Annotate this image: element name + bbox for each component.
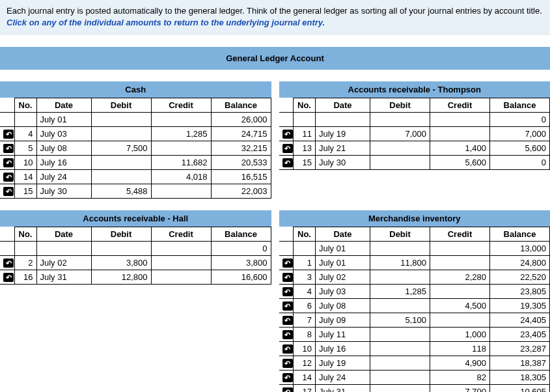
cell-debit[interactable]: 11,800 (370, 256, 430, 270)
cell-balance[interactable]: 22,520 (490, 270, 550, 285)
back-arrow-icon: ↶ (282, 130, 293, 139)
cell-debit[interactable]: 7,500 (91, 141, 151, 156)
cell-balance[interactable]: 7,000 (490, 127, 550, 141)
cell-credit[interactable]: 1,000 (430, 328, 490, 342)
entry-link-icon[interactable]: ↶ (279, 313, 294, 328)
col-header-balance: Balance (490, 227, 550, 242)
entry-link-icon[interactable]: ↶ (279, 356, 294, 371)
cell-credit[interactable]: 11,682 (151, 156, 211, 170)
cell-balance[interactable]: 16,515 (211, 170, 271, 184)
cell-no: 15 (294, 156, 316, 170)
table-row: ↶14July 248218,305 (279, 371, 550, 385)
cell-no: 2 (14, 256, 36, 270)
cell-no: 10 (294, 342, 316, 356)
cell-balance[interactable]: 20,533 (211, 156, 271, 170)
entry-link-icon[interactable]: ↶ (279, 270, 294, 285)
intro-hint: Click on any of the individual amounts t… (7, 18, 325, 27)
entry-link-icon[interactable]: ↶ (279, 156, 294, 170)
entry-link-icon[interactable]: ↶ (0, 127, 14, 141)
back-arrow-icon: ↶ (3, 273, 14, 282)
cell-balance[interactable]: 22,003 (211, 184, 271, 199)
back-arrow-icon: ↶ (282, 158, 293, 167)
cell-date: July 03 (36, 127, 91, 141)
entry-link-icon[interactable]: ↶ (279, 256, 294, 270)
cell-balance[interactable]: 16,600 (211, 270, 271, 285)
entry-link-icon[interactable]: ↶ (0, 141, 14, 156)
cell-credit[interactable]: 1,400 (430, 141, 490, 156)
cell-balance[interactable]: 19,305 (490, 299, 550, 313)
entry-link-icon[interactable]: ↶ (0, 270, 14, 285)
cell-debit (91, 170, 151, 184)
entry-link-icon[interactable]: ↶ (0, 156, 14, 170)
cell-credit (151, 113, 211, 127)
cell-no: 14 (14, 170, 36, 184)
cell-no: 4 (294, 285, 316, 299)
cell-balance[interactable]: 24,405 (490, 313, 550, 328)
cell-no: 12 (294, 356, 316, 371)
cell-no: 16 (14, 270, 36, 285)
ledger-title: Merchandise inventory (279, 210, 551, 227)
cell-balance[interactable]: 32,215 (211, 141, 271, 156)
cell-balance[interactable]: 23,805 (490, 285, 550, 299)
cell-balance[interactable]: 24,715 (211, 127, 271, 141)
cell-date: July 30 (316, 156, 370, 170)
back-arrow-icon: ↶ (282, 273, 293, 282)
entry-link-icon[interactable]: ↶ (279, 141, 294, 156)
cell-debit[interactable]: 12,800 (91, 270, 151, 285)
cell-credit[interactable]: 2,280 (430, 270, 490, 285)
cell-debit[interactable]: 1,285 (370, 285, 430, 299)
table-row: ↶5July 087,50032,215 (0, 141, 271, 156)
cell-credit[interactable]: 7,700 (430, 385, 490, 392)
cell-balance[interactable]: 0 (490, 156, 550, 170)
entry-link-icon[interactable]: ↶ (279, 385, 294, 392)
cell-no (294, 242, 316, 256)
col-header-date: Date (36, 98, 91, 113)
ledger-title: Cash (0, 81, 271, 98)
cell-debit[interactable]: 5,100 (370, 313, 430, 328)
ledger-table: No.DateDebitCreditBalanceJuly 0113,000↶1… (279, 227, 551, 392)
col-header-date: Date (316, 98, 370, 113)
ledger-table: No.DateDebitCreditBalance0↶11July 197,00… (279, 98, 551, 170)
entry-link-icon[interactable]: ↶ (0, 170, 14, 184)
entry-link-icon[interactable]: ↶ (279, 371, 294, 385)
entry-link-icon[interactable]: ↶ (0, 256, 14, 270)
cell-credit[interactable]: 4,500 (430, 299, 490, 313)
cell-balance[interactable]: 24,800 (490, 256, 550, 270)
cell-credit[interactable]: 82 (430, 371, 490, 385)
cell-credit (151, 141, 211, 156)
cell-debit[interactable]: 7,000 (370, 127, 430, 141)
entry-link-icon[interactable]: ↶ (0, 184, 14, 199)
table-row: ↶6July 084,50019,305 (279, 299, 550, 313)
cell-balance[interactable]: 23,287 (490, 342, 550, 356)
cell-date: July 24 (36, 170, 91, 184)
cell-date: July 09 (316, 313, 370, 328)
entry-link-icon[interactable]: ↶ (279, 285, 294, 299)
entry-link-icon[interactable]: ↶ (279, 342, 294, 356)
cell-date: July 01 (316, 242, 370, 256)
cell-credit[interactable]: 1,285 (151, 127, 211, 141)
cell-no: 10 (14, 156, 36, 170)
entry-link-icon[interactable]: ↶ (279, 127, 294, 141)
cell-credit (151, 184, 211, 199)
cell-no: 8 (294, 328, 316, 342)
cell-no: 4 (14, 127, 36, 141)
cell-credit[interactable]: 4,018 (151, 170, 211, 184)
cell-debit (370, 385, 430, 392)
cell-debit[interactable]: 3,800 (91, 256, 151, 270)
cell-balance[interactable]: 18,387 (490, 356, 550, 371)
entry-link-icon[interactable]: ↶ (279, 328, 294, 342)
cell-debit (370, 356, 430, 371)
cell-balance[interactable]: 10,605 (490, 385, 550, 392)
cell-no: 3 (294, 270, 316, 285)
ledger-block: Merchandise inventoryNo.DateDebitCreditB… (275, 210, 551, 392)
cell-balance[interactable]: 23,405 (490, 328, 550, 342)
cell-debit[interactable]: 5,488 (91, 184, 151, 199)
cell-balance[interactable]: 3,800 (211, 256, 271, 270)
cell-balance[interactable]: 5,600 (490, 141, 550, 156)
cell-credit[interactable]: 4,900 (430, 356, 490, 371)
cell-credit[interactable]: 5,600 (430, 156, 490, 170)
cell-credit[interactable]: 118 (430, 342, 490, 356)
entry-link-icon[interactable]: ↶ (279, 299, 294, 313)
ledgers-container: CashNo.DateDebitCreditBalanceJuly 0126,0… (0, 70, 550, 392)
cell-balance[interactable]: 18,305 (490, 371, 550, 385)
